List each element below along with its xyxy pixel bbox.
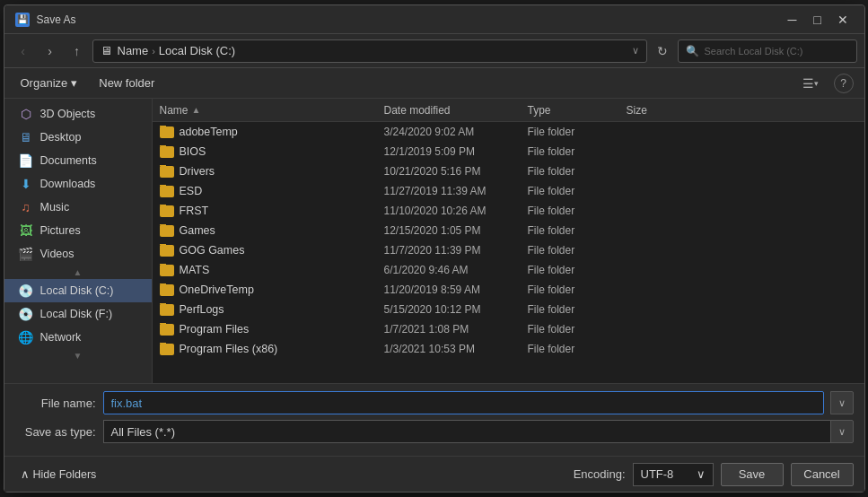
file-date-cell: 11/7/2020 11:39 PM xyxy=(384,244,528,257)
filename-input[interactable] xyxy=(103,391,824,414)
videos-icon: 🎬 xyxy=(19,247,33,261)
close-button[interactable]: ✕ xyxy=(832,9,854,31)
address-bar[interactable]: 🖥 Name › Local Disk (C:) ∨ xyxy=(92,39,647,63)
forward-button[interactable]: › xyxy=(39,39,62,63)
savetype-display[interactable]: All Files (*.*) xyxy=(103,420,831,443)
sidebar-item-pictures[interactable]: 🖼 Pictures xyxy=(4,219,152,242)
sort-arrow: ▲ xyxy=(192,105,201,115)
col-name[interactable]: Name ▲ xyxy=(160,104,384,117)
file-date-cell: 11/10/2020 10:26 AM xyxy=(384,205,528,217)
back-button[interactable]: ‹ xyxy=(12,39,35,63)
hide-folders-label: Hide Folders xyxy=(33,468,97,481)
file-type-cell: File folder xyxy=(528,264,627,276)
savetype-dropdown-arrow[interactable]: ∨ xyxy=(830,420,854,443)
file-list-header: Name ▲ Date modified Type Size xyxy=(153,99,864,122)
view-button[interactable]: ☰▾ xyxy=(798,73,823,94)
file-name-cell: GOG Games xyxy=(160,244,384,257)
title-bar-controls: ─ □ ✕ xyxy=(782,9,854,31)
sidebar-label-localf: Local Disk (F:) xyxy=(40,308,113,320)
file-list: adobeTemp 3/24/2020 9:02 AM File folder … xyxy=(153,122,864,383)
sidebar-label-videos: Videos xyxy=(40,248,75,260)
table-row[interactable]: Drivers 10/21/2020 5:16 PM File folder xyxy=(153,161,864,181)
path-icon: 🖥 xyxy=(101,44,112,57)
table-row[interactable]: Program Files 1/7/2021 1:08 PM File fold… xyxy=(153,319,864,339)
table-row[interactable]: MATS 6/1/2020 9:46 AM File folder xyxy=(153,260,864,280)
pictures-icon: 🖼 xyxy=(19,223,33,238)
file-date-cell: 3/24/2020 9:02 AM xyxy=(384,126,528,138)
table-row[interactable]: BIOS 12/1/2019 5:09 PM File folder xyxy=(153,142,864,161)
table-row[interactable]: OneDriveTemp 11/20/2019 8:59 AM File fol… xyxy=(153,280,864,300)
table-row[interactable]: Program Files (x86) 1/3/2021 10:53 PM Fi… xyxy=(153,339,864,359)
folder-icon xyxy=(160,304,174,316)
save-button[interactable]: Save xyxy=(721,463,784,486)
3dobjects-icon: ⬡ xyxy=(19,107,33,121)
file-type-cell: File folder xyxy=(528,205,627,217)
sidebar-scroll-up: ▲ xyxy=(4,266,152,279)
search-box[interactable]: 🔍 Search Local Disk (C:) xyxy=(678,39,857,63)
file-type-cell: File folder xyxy=(528,126,627,138)
localc-icon: 💿 xyxy=(19,283,33,298)
sidebar-item-3dobjects[interactable]: ⬡ 3D Objects xyxy=(4,102,152,126)
file-date-cell: 12/1/2019 5:09 PM xyxy=(384,145,528,158)
sidebar-item-desktop[interactable]: 🖥 Desktop xyxy=(4,126,152,149)
table-row[interactable]: FRST 11/10/2020 10:26 AM File folder xyxy=(153,201,864,221)
downloads-icon: ⬇ xyxy=(19,177,33,191)
table-row[interactable]: PerfLogs 5/15/2020 10:12 PM File folder xyxy=(153,300,864,319)
organize-button[interactable]: Organize ▾ xyxy=(15,73,83,94)
file-date-cell: 11/20/2019 8:59 AM xyxy=(384,283,528,296)
encoding-dropdown-arrow: ∨ xyxy=(697,467,706,481)
folder-icon xyxy=(160,146,174,158)
sidebar-item-documents[interactable]: 📄 Documents xyxy=(4,149,152,172)
help-button[interactable]: ? xyxy=(834,74,854,93)
encoding-select[interactable]: UTF-8 ∨ xyxy=(633,463,714,486)
file-name-cell: OneDriveTemp xyxy=(160,283,384,296)
file-name-cell: PerfLogs xyxy=(160,303,384,316)
file-date-cell: 6/1/2020 9:46 AM xyxy=(384,264,528,276)
organize-arrow: ▾ xyxy=(71,76,77,90)
cancel-button[interactable]: Cancel xyxy=(791,463,854,486)
sidebar: ⬡ 3D Objects 🖥 Desktop 📄 Documents ⬇ Dow… xyxy=(4,99,153,383)
hide-folders-button[interactable]: ∧ Hide Folders xyxy=(15,464,102,485)
table-row[interactable]: GOG Games 11/7/2020 11:39 PM File folder xyxy=(153,240,864,260)
col-size[interactable]: Size xyxy=(627,104,698,117)
col-date[interactable]: Date modified xyxy=(384,104,528,117)
file-name-cell: BIOS xyxy=(160,145,384,158)
table-row[interactable]: ESD 11/27/2019 11:39 AM File folder xyxy=(153,181,864,201)
sidebar-item-videos[interactable]: 🎬 Videos xyxy=(4,242,152,266)
minimize-button[interactable]: ─ xyxy=(782,9,803,31)
refresh-button[interactable]: ↻ xyxy=(651,39,674,63)
sidebar-item-network[interactable]: 🌐 Network xyxy=(4,326,152,349)
col-type[interactable]: Type xyxy=(528,104,627,117)
sidebar-item-music[interactable]: ♫ Music xyxy=(4,196,152,219)
new-folder-button[interactable]: New folder xyxy=(93,73,160,94)
documents-icon: 📄 xyxy=(19,153,33,168)
sidebar-item-downloads[interactable]: ⬇ Downloads xyxy=(4,172,152,196)
sidebar-scroll-down: ▼ xyxy=(4,349,152,362)
address-dropdown-arrow[interactable]: ∨ xyxy=(632,45,639,57)
folder-icon xyxy=(160,245,174,257)
filename-row: File name: ∨ xyxy=(15,391,854,414)
save-as-dialog: 💾 Save As ─ □ ✕ ‹ › ↑ 🖥 Name › Local Dis… xyxy=(4,4,865,493)
folder-icon xyxy=(160,186,174,197)
search-placeholder: Search Local Disk (C:) xyxy=(705,46,803,57)
encoding-label: Encoding: xyxy=(574,467,626,481)
filename-dropdown-arrow[interactable]: ∨ xyxy=(830,391,854,414)
sidebar-label-localc: Local Disk (C:) xyxy=(40,284,114,297)
hide-arrow: ∧ xyxy=(21,467,30,481)
sidebar-item-localc[interactable]: 💿 Local Disk (C:) xyxy=(4,279,152,302)
up-button[interactable]: ↑ xyxy=(66,39,89,63)
title-bar: 💾 Save As ─ □ ✕ xyxy=(4,5,864,34)
maximize-button[interactable]: □ xyxy=(807,9,829,31)
file-name-cell: adobeTemp xyxy=(160,126,384,138)
file-type-cell: File folder xyxy=(528,224,627,237)
sidebar-label-pictures: Pictures xyxy=(40,224,81,237)
file-area: Name ▲ Date modified Type Size adobeTemp… xyxy=(153,99,864,383)
file-type-cell: File folder xyxy=(528,165,627,178)
table-row[interactable]: Games 12/15/2020 1:05 PM File folder xyxy=(153,221,864,240)
file-name-cell: ESD xyxy=(160,185,384,197)
sidebar-label-music: Music xyxy=(40,201,70,214)
desktop-icon: 🖥 xyxy=(19,130,33,144)
sidebar-item-localf[interactable]: 💿 Local Disk (F:) xyxy=(4,302,152,326)
file-type-cell: File folder xyxy=(528,323,627,336)
table-row[interactable]: adobeTemp 3/24/2020 9:02 AM File folder xyxy=(153,122,864,142)
